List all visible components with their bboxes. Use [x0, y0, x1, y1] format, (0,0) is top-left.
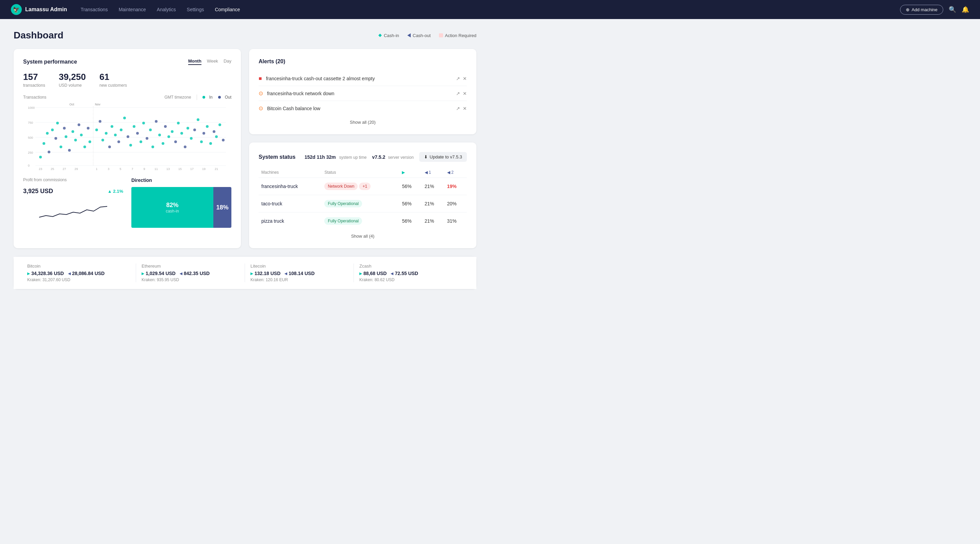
svg-text:5: 5: [119, 167, 121, 171]
svg-point-71: [222, 139, 224, 141]
svg-point-27: [80, 133, 83, 136]
svg-point-16: [48, 151, 50, 153]
nav-compliance[interactable]: Compliance: [215, 7, 240, 12]
alert-dismiss-1[interactable]: ✕: [463, 76, 467, 81]
update-button[interactable]: ⬇ Update to v7.5.3: [419, 152, 467, 162]
col-status: Status: [321, 167, 399, 178]
crypto-section: Bitcoin ▶ 34,328.36 USD ◀ 28,086.84 USD …: [14, 256, 476, 289]
bell-icon[interactable]: 🔔: [962, 6, 969, 13]
svg-text:7: 7: [131, 167, 133, 171]
svg-point-14: [43, 142, 45, 145]
svg-point-32: [99, 120, 102, 123]
svg-point-53: [164, 125, 167, 128]
machine-pct3: 19%: [444, 178, 467, 195]
alert-dismiss-3[interactable]: ✕: [463, 106, 467, 111]
machine-pct1: 56%: [399, 213, 422, 230]
tab-day[interactable]: Day: [224, 59, 231, 65]
chart-svg: 1000 750 500 250 0 Oct Nov: [23, 103, 231, 171]
crypto-row: Bitcoin ▶ 34,328.36 USD ◀ 28,086.84 USD …: [14, 256, 476, 289]
svg-point-61: [190, 137, 192, 140]
col-cashout-1: ◀ 1: [422, 167, 444, 178]
svg-point-20: [60, 146, 62, 148]
profit-section: Profit from commissions 3,925 USD ▲ 2.1%: [23, 178, 123, 228]
svg-text:29: 29: [75, 167, 78, 171]
svg-text:21: 21: [215, 167, 218, 171]
svg-point-31: [95, 128, 98, 131]
svg-point-60: [186, 127, 189, 130]
svg-text:250: 250: [28, 151, 33, 154]
svg-point-54: [167, 135, 170, 138]
machine-status: Network Down+1: [321, 178, 399, 195]
alert-dismiss-2[interactable]: ✕: [463, 91, 467, 96]
crypto-item: Litecoin ▶ 132.18 USD ◀ 108.14 USD Krake…: [245, 263, 354, 282]
svg-point-70: [218, 124, 221, 126]
alert-text-3: Bitcoin Cash balance low: [267, 106, 452, 111]
chart-legend-out: Out: [218, 95, 231, 100]
svg-point-25: [74, 139, 77, 141]
svg-point-49: [151, 146, 154, 148]
machine-pct2: 21%: [422, 213, 444, 230]
crypto-item: Ethereum ▶ 1,029.54 USD ◀ 842.35 USD Kra…: [136, 263, 245, 282]
nav-maintenance[interactable]: Maintenance: [119, 7, 146, 12]
svg-point-58: [180, 132, 183, 135]
tab-week[interactable]: Week: [207, 59, 218, 65]
svg-point-62: [193, 128, 196, 131]
profit-chart: [23, 200, 123, 220]
nav-settings[interactable]: Settings: [187, 7, 204, 12]
alert-square-icon: ■: [259, 76, 262, 82]
svg-point-64: [200, 140, 203, 143]
alert-circle-icon-3: ⊙: [259, 105, 263, 111]
svg-point-66: [206, 125, 208, 128]
svg-text:27: 27: [63, 167, 66, 171]
svg-point-59: [184, 146, 186, 148]
transactions-chart: 1000 750 500 250 0 Oct Nov: [23, 103, 231, 171]
svg-point-52: [162, 142, 164, 145]
svg-point-40: [123, 117, 126, 119]
nav-analytics[interactable]: Analytics: [157, 7, 176, 12]
crypto-item: Bitcoin ▶ 34,328.36 USD ◀ 28,086.84 USD …: [27, 263, 136, 282]
alert-external-link-2[interactable]: ↗: [456, 91, 460, 96]
svg-point-69: [215, 135, 218, 138]
action-icon: [439, 33, 443, 37]
svg-text:11: 11: [154, 167, 158, 171]
svg-text:Nov: Nov: [95, 103, 101, 106]
alert-external-link-1[interactable]: ↗: [456, 76, 460, 81]
svg-text:750: 750: [28, 121, 33, 124]
perf-title: System performance: [23, 59, 77, 65]
svg-point-67: [209, 142, 212, 145]
status-table: Machines Status ▶ ◀ 1 ◀ 2 francesinha-tr…: [259, 167, 467, 230]
status-show-all-button[interactable]: Show all (4): [259, 233, 467, 239]
alert-external-link-3[interactable]: ↗: [456, 106, 460, 111]
legend-cashin: Cash-in: [379, 33, 399, 38]
direction-section: Direction 82% cash-in 18%: [131, 178, 231, 228]
alert-item-2: ⊙ francesinha-truck network down ↗ ✕: [259, 86, 467, 101]
svg-text:3: 3: [108, 167, 109, 171]
svg-point-68: [213, 130, 215, 133]
svg-point-17: [51, 128, 54, 131]
navbar-right: ⊕ Add machine 🔍 🔔: [900, 5, 969, 14]
svg-point-65: [202, 132, 205, 135]
alert-text-2: francesinha-truck network down: [267, 91, 452, 96]
tab-month[interactable]: Month: [188, 59, 202, 65]
nav-transactions[interactable]: Transactions: [81, 7, 108, 12]
search-icon[interactable]: 🔍: [949, 6, 956, 13]
stat-new-customers: 61 new customers: [99, 72, 127, 88]
machine-pct3: 31%: [444, 213, 467, 230]
add-machine-button[interactable]: ⊕ Add machine: [900, 5, 943, 14]
svg-point-36: [111, 125, 113, 128]
alert-circle-icon-2: ⊙: [259, 90, 263, 97]
svg-point-29: [87, 127, 89, 130]
alert-actions-3: ↗ ✕: [456, 106, 467, 111]
alert-item-1: ■ francesinha-truck cash-out cassette 2 …: [259, 71, 467, 86]
direction-cashin: 82% cash-in: [131, 187, 213, 228]
svg-text:9: 9: [143, 167, 145, 171]
legend-dot-out: [218, 96, 221, 98]
alert-actions-1: ↗ ✕: [456, 76, 467, 81]
logo-icon: 🦅: [11, 4, 22, 15]
svg-point-35: [108, 146, 111, 148]
alert-item-3: ⊙ Bitcoin Cash balance low ↗ ✕: [259, 101, 467, 116]
legend-action: Action Required: [439, 33, 477, 38]
alerts-show-all-button[interactable]: Show all (20): [259, 120, 467, 125]
svg-point-19: [56, 122, 59, 124]
profit-label: Profit from commissions: [23, 178, 123, 182]
